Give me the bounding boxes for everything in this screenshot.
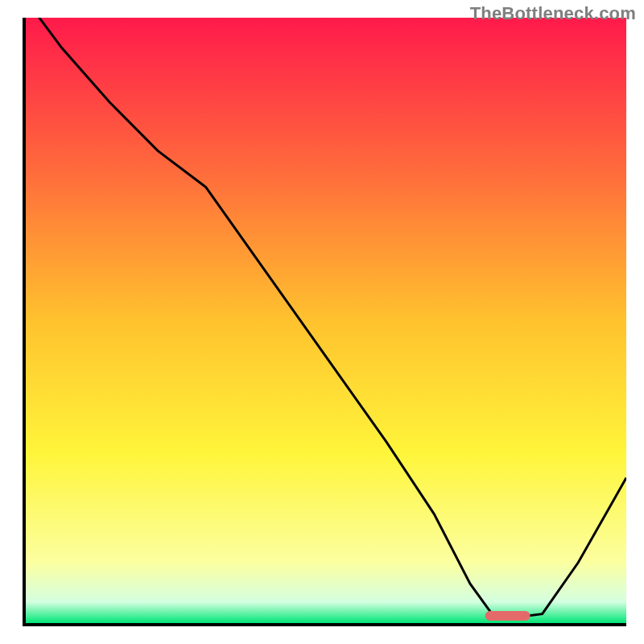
plot-area <box>26 18 626 623</box>
optimal-range-marker <box>485 611 530 621</box>
x-axis <box>23 623 626 626</box>
watermark-text: TheBottleneck.com <box>470 3 636 24</box>
chart-container: TheBottleneck.com <box>0 0 644 644</box>
plot-svg <box>26 18 626 623</box>
